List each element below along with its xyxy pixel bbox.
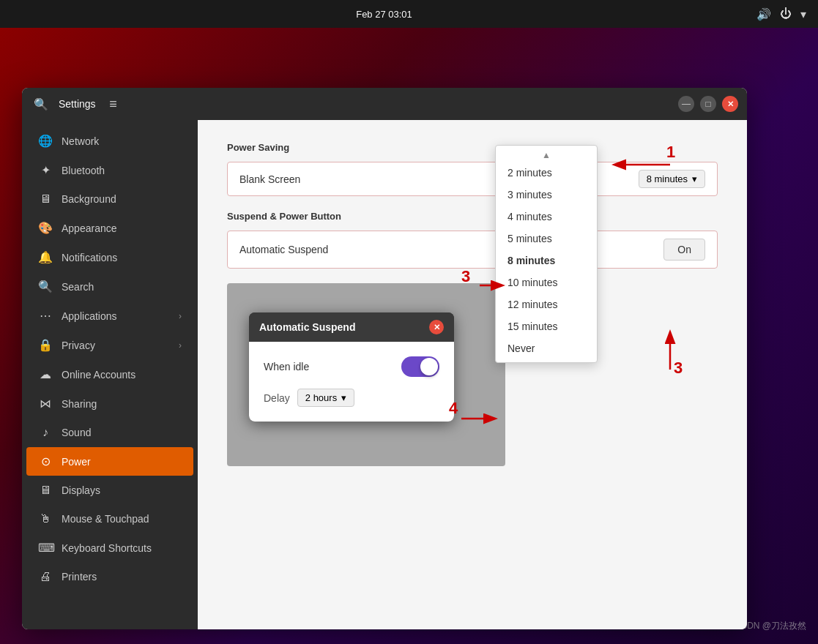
sidebar-item-power[interactable]: ⊙ Power <box>26 447 193 476</box>
arrow-4 <box>458 410 502 432</box>
chevron-right-icon: › <box>179 311 182 321</box>
sidebar-label-appearance: Appearance <box>62 222 117 234</box>
sidebar-label-search: Search <box>62 281 94 293</box>
sidebar-item-applications[interactable]: ⋯ Applications › <box>26 302 193 330</box>
privacy-icon: 🔒 <box>38 338 53 352</box>
network-icon: 🌐 <box>38 134 53 148</box>
minimize-button[interactable]: — <box>678 96 694 112</box>
background-icon: 🖥 <box>38 192 53 206</box>
sidebar-label-background: Background <box>62 193 116 205</box>
close-button[interactable]: ✕ <box>722 96 738 112</box>
sidebar-item-network[interactable]: 🌐 Network <box>26 127 193 155</box>
sidebar-item-displays[interactable]: 🖥 Displays <box>26 476 193 504</box>
power-icon[interactable]: ⏻ <box>780 7 792 20</box>
automatic-suspend-toggle[interactable]: On <box>663 239 705 261</box>
window-title: Settings <box>59 98 96 110</box>
notifications-icon: 🔔 <box>38 250 53 264</box>
topbar-right: 🔊 ⏻ ▾ <box>756 7 806 21</box>
delay-dropdown-arrow-icon: ▾ <box>341 392 346 403</box>
sidebar-label-mouse-touchpad: Mouse & Touchpad <box>62 513 149 525</box>
dropdown-option-12min[interactable]: 12 minutes <box>496 293 597 315</box>
dialog-title: Automatic Suspend <box>259 321 355 333</box>
mouse-icon: 🖱 <box>38 512 53 525</box>
dropdown-option-10min[interactable]: 10 minutes <box>496 272 597 293</box>
dropdown-scroll-up-icon[interactable]: ▲ <box>496 149 597 162</box>
sidebar-item-bluetooth[interactable]: ✦ Bluetooth <box>26 156 193 184</box>
displays-icon: 🖥 <box>38 484 53 497</box>
sidebar-item-sharing[interactable]: ⋈ Sharing <box>26 389 193 418</box>
topbar: Feb 27 03:01 🔊 ⏻ ▾ <box>0 0 818 28</box>
dropdown-option-4min[interactable]: 4 minutes <box>496 206 597 228</box>
window-titlebar: 🔍 Settings ≡ — □ ✕ <box>22 88 747 120</box>
applications-icon: ⋯ <box>38 309 53 323</box>
sidebar-label-online-accounts: Online Accounts <box>62 369 135 381</box>
automatic-suspend-label: Automatic Suspend <box>239 244 663 255</box>
sidebar-label-printers: Printers <box>62 571 97 583</box>
toggle-knob <box>420 358 438 375</box>
sidebar-item-mouse-touchpad[interactable]: 🖱 Mouse & Touchpad <box>26 505 193 533</box>
sidebar-label-privacy: Privacy <box>62 340 95 351</box>
dialog-titlebar: Automatic Suspend ✕ <box>249 312 454 342</box>
search-icon: 🔍 <box>38 280 53 293</box>
topbar-datetime: Feb 27 03:01 <box>356 9 412 20</box>
keyboard-icon: ⌨ <box>38 541 53 555</box>
volume-icon[interactable]: 🔊 <box>756 7 771 21</box>
modal-area: Automatic Suspend ✕ When idle Delay <box>227 283 505 466</box>
dropdown-arrow-icon: ▾ <box>692 173 697 184</box>
delay-value: 2 hours <box>305 392 337 403</box>
when-idle-label: When idle <box>264 361 309 372</box>
maximize-button[interactable]: □ <box>700 96 716 112</box>
sidebar-label-power: Power <box>62 456 91 468</box>
auto-suspend-dialog: Automatic Suspend ✕ When idle Delay <box>249 312 454 422</box>
sidebar-item-appearance[interactable]: 🎨 Appearance <box>26 214 193 242</box>
arrow-3a <box>476 274 505 296</box>
sharing-icon: ⋈ <box>38 397 53 411</box>
power-settings-icon: ⊙ <box>38 454 53 468</box>
arrow-3b <box>655 329 685 373</box>
dropdown-option-never[interactable]: Never <box>496 337 597 359</box>
dialog-close-button[interactable]: ✕ <box>429 320 444 334</box>
sidebar-item-notifications[interactable]: 🔔 Notifications <box>26 243 193 272</box>
delay-label: Delay <box>264 392 290 404</box>
sidebar-item-background[interactable]: 🖥 Background <box>26 185 193 213</box>
annotation-4: 4 <box>449 399 458 418</box>
sidebar-item-search[interactable]: 🔍 Search <box>26 272 193 301</box>
sidebar-item-online-accounts[interactable]: ☁ Online Accounts <box>26 360 193 389</box>
sidebar-item-sound[interactable]: ♪ Sound <box>26 419 193 446</box>
sidebar-item-printers[interactable]: 🖨 Printers <box>26 563 193 591</box>
automatic-suspend-row: Automatic Suspend On <box>227 231 718 269</box>
sidebar-label-applications: Applications <box>62 310 117 322</box>
dropdown-option-8min[interactable]: 8 minutes <box>496 250 597 272</box>
window-body: 🌐 Network ✦ Bluetooth 🖥 Background 🎨 App… <box>22 120 747 629</box>
titlebar-left: 🔍 Settings ≡ <box>31 94 124 114</box>
titlebar-menu-button[interactable]: ≡ <box>103 94 124 114</box>
dialog-body: When idle Delay 2 hours ▾ <box>249 342 454 422</box>
sidebar-label-displays: Displays <box>62 484 100 496</box>
sidebar-label-sharing: Sharing <box>62 398 97 410</box>
arrow-1 <box>608 150 674 179</box>
sidebar-item-keyboard-shortcuts[interactable]: ⌨ Keyboard Shortcuts <box>26 533 193 562</box>
chevron-right-icon2: › <box>179 340 182 351</box>
sidebar-label-network: Network <box>62 135 99 147</box>
appearance-icon: 🎨 <box>38 221 53 235</box>
sidebar-item-privacy[interactable]: 🔒 Privacy › <box>26 331 193 359</box>
delay-dropdown[interactable]: 2 hours ▾ <box>297 389 354 407</box>
menu-down-icon[interactable]: ▾ <box>800 7 806 21</box>
dropdown-option-3min[interactable]: 3 minutes <box>496 184 597 206</box>
dropdown-option-5min[interactable]: 5 minutes <box>496 228 597 250</box>
when-idle-row: When idle <box>264 356 439 377</box>
annotation-3a: 3 <box>461 267 470 286</box>
suspend-title: Suspend & Power Button <box>227 211 718 222</box>
sound-icon: ♪ <box>38 426 53 439</box>
dropdown-option-2min[interactable]: 2 minutes <box>496 162 597 184</box>
blank-screen-dropdown-menu: ▲ 2 minutes 3 minutes 4 minutes 5 minute… <box>495 145 598 363</box>
sidebar-label-notifications: Notifications <box>62 252 117 263</box>
dropdown-option-15min[interactable]: 15 minutes <box>496 315 597 337</box>
titlebar-search-button[interactable]: 🔍 <box>31 94 51 114</box>
main-content: Power Saving Blank Screen 8 minutes ▾ Su… <box>198 120 747 629</box>
sidebar-label-sound: Sound <box>62 427 91 438</box>
printers-icon: 🖨 <box>38 570 53 583</box>
sidebar-label-bluetooth: Bluetooth <box>62 165 105 176</box>
when-idle-toggle[interactable] <box>401 356 439 377</box>
automatic-suspend-control: On <box>663 239 705 261</box>
